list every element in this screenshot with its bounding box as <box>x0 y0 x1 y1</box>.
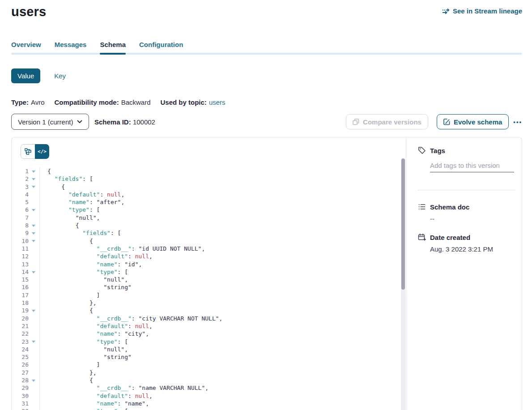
date-created-heading: Date created <box>418 233 515 241</box>
editor-scrollbar-track[interactable] <box>401 158 405 410</box>
tree-view-icon <box>25 148 31 155</box>
schema-editor: </> 1{2 "fields": [3 {4 "default": null,… <box>12 137 406 410</box>
line-number: 19 <box>12 307 29 314</box>
more-options-button[interactable]: ••• <box>513 119 522 125</box>
line-number: 23 <box>12 338 29 346</box>
line-number: 20 <box>12 315 29 322</box>
schema-doc-title: Schema doc <box>430 203 469 211</box>
version-select-value: Version 1 (current) <box>18 118 73 126</box>
calendar-icon <box>418 233 426 241</box>
code-line-text: "string" <box>40 353 132 361</box>
key-toggle-link[interactable]: Key <box>54 72 66 80</box>
fold-toggle-icon[interactable] <box>32 271 35 273</box>
code-line-text: { <box>40 167 51 175</box>
schema-page: users See in Stream lineage Overview Mes… <box>0 0 532 410</box>
add-tags-input[interactable] <box>430 161 514 172</box>
code-line: 7 "null", <box>12 214 406 222</box>
fold-toggle-icon[interactable] <box>32 171 35 173</box>
meta-type: Type: Avro <box>11 98 44 106</box>
line-number: 24 <box>12 346 29 353</box>
tree-view-button[interactable] <box>21 144 35 159</box>
line-number: 17 <box>12 291 29 299</box>
fold-toggle-icon[interactable] <box>32 209 35 211</box>
version-actions: Compare versions Evolve schema ••• <box>346 114 522 129</box>
tab-schema[interactable]: Schema <box>100 41 126 55</box>
code-line: 21 "default": null, <box>12 322 406 330</box>
schema-kind-toggle: Value Key <box>11 68 522 83</box>
fold-toggle-icon[interactable] <box>32 240 35 242</box>
code-line: 6 "type": [ <box>12 206 406 214</box>
meta-topic-link[interactable]: users <box>209 98 226 106</box>
code-line: 15 "null", <box>12 276 406 283</box>
page-header: users See in Stream lineage <box>11 4 522 20</box>
code-line-text: "type": [ <box>40 407 128 410</box>
tags-heading: Tags <box>418 146 515 154</box>
code-line: 20 "__crdb__": "city VARCHAR NOT NULL", <box>12 315 406 322</box>
fold-toggle-icon[interactable] <box>32 341 35 343</box>
fold-toggle-icon[interactable] <box>32 310 35 312</box>
code-line: 25 "string" <box>12 353 406 361</box>
code-line: 3 { <box>12 183 406 191</box>
value-toggle-button[interactable]: Value <box>11 68 40 83</box>
code-line-text: "__crdb__": "name VARCHAR NULL", <box>40 384 209 392</box>
code-view-icon: </> <box>38 149 47 154</box>
tags-title: Tags <box>430 147 445 154</box>
code-line-text: "__crdb__": "city VARCHAR NOT NULL", <box>40 315 222 322</box>
code-line: 4 "default": null, <box>12 191 406 198</box>
code-line: 30 "default": null, <box>12 392 406 400</box>
line-number: 28 <box>12 376 29 384</box>
chevron-down-icon <box>77 120 82 124</box>
code-line: 10 { <box>12 237 406 245</box>
code-line: 27 }, <box>12 369 406 376</box>
compare-versions-button[interactable]: Compare versions <box>346 114 428 129</box>
view-toggle: </> <box>21 144 49 159</box>
line-number: 27 <box>12 369 29 376</box>
fold-toggle-icon[interactable] <box>32 186 35 188</box>
schema-id-label: Schema ID: <box>94 118 131 126</box>
sidebar-divider <box>418 190 515 190</box>
line-number: 11 <box>12 245 29 252</box>
code-line-text: "string" <box>40 283 132 291</box>
date-created-title: Date created <box>430 234 470 241</box>
line-number: 7 <box>12 214 29 222</box>
code-line-text: "default": null, <box>40 191 124 198</box>
line-number: 18 <box>12 299 29 307</box>
code-line: 11 "__crdb__": "id UUID NOT NULL", <box>12 245 406 252</box>
line-number: 31 <box>12 400 29 407</box>
version-select[interactable]: Version 1 (current) <box>11 114 89 130</box>
code-line-text: ] <box>40 291 100 299</box>
evolve-schema-button[interactable]: Evolve schema <box>437 114 509 129</box>
fold-toggle-icon[interactable] <box>32 225 35 227</box>
fold-toggle-icon[interactable] <box>32 232 35 235</box>
code-line: 13 "name": "id", <box>12 261 406 268</box>
schema-doc-section: Schema doc -- <box>418 203 515 222</box>
stream-lineage-link[interactable]: See in Stream lineage <box>442 7 522 15</box>
line-number: 30 <box>12 392 29 400</box>
code-line-text: "type": [ <box>40 206 100 214</box>
code-line-text: "null", <box>40 276 128 283</box>
code-line-text: }, <box>40 299 97 307</box>
code-line: 29 "__crdb__": "name VARCHAR NULL", <box>12 384 406 392</box>
code-line-text: { <box>40 222 79 229</box>
date-created-section: Date created Aug. 3 2022 3:21 PM <box>418 233 515 253</box>
line-number: 2 <box>12 175 29 183</box>
line-number: 6 <box>12 206 29 214</box>
edit-icon <box>443 119 450 125</box>
code-line-text: "fields": [ <box>40 175 93 183</box>
schema-id: Schema ID: 100002 <box>94 118 155 126</box>
line-number: 4 <box>12 191 29 198</box>
code-line-text: "name": "after", <box>40 198 124 206</box>
code-line: 28 { <box>12 376 406 384</box>
fold-toggle-icon[interactable] <box>32 178 35 180</box>
code-line-text: "null", <box>40 214 100 222</box>
fold-toggle-icon[interactable] <box>32 380 35 382</box>
code-line-text: "type": [ <box>40 268 128 276</box>
editor-scrollbar-thumb[interactable] <box>401 158 405 290</box>
date-created-value: Aug. 3 2022 3:21 PM <box>430 245 515 253</box>
line-number: 9 <box>12 229 29 237</box>
topic-tabs: Overview Messages Schema Configuration <box>11 41 522 55</box>
code-line-text: "default": null, <box>40 392 153 400</box>
code-view-button[interactable]: </> <box>35 144 49 159</box>
code-line: 5 "name": "after", <box>12 198 406 206</box>
line-number: 3 <box>12 183 29 191</box>
